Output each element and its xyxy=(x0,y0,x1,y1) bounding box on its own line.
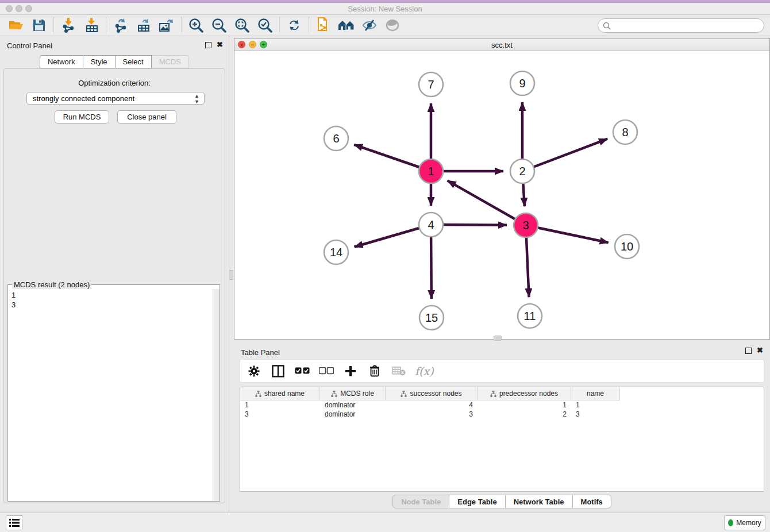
graph-node-label: 6 xyxy=(333,132,339,145)
graph-edge-3-1[interactable] xyxy=(448,180,526,225)
memory-status-icon xyxy=(728,519,733,526)
table-cell[interactable]: 1 xyxy=(478,400,571,410)
column-header[interactable]: shared name xyxy=(240,387,320,400)
toolbar-separator xyxy=(181,17,182,33)
network-window-titlebar[interactable]: x − + scc.txt xyxy=(234,38,769,51)
zoom-in-button[interactable] xyxy=(184,16,207,34)
hierarchy-icon xyxy=(401,391,407,397)
network-overview-button[interactable] xyxy=(335,16,358,34)
export-network-button[interactable] xyxy=(109,16,132,34)
zoom-selected-button[interactable] xyxy=(253,16,276,34)
close-table-panel-icon[interactable]: ✖ xyxy=(757,346,763,354)
graph-node-label: 1 xyxy=(428,165,434,178)
result-item: 3 xyxy=(11,300,213,310)
search-input[interactable] xyxy=(614,21,764,30)
open-session-button[interactable] xyxy=(5,16,28,34)
add-row-button[interactable] xyxy=(342,363,359,379)
float-panel-icon[interactable] xyxy=(205,42,211,48)
table-row[interactable]: 3dominator323 xyxy=(240,410,764,419)
unchecked-boxes-icon xyxy=(319,367,334,375)
node-table[interactable]: shared nameMCDS rolesuccessor nodesprede… xyxy=(240,387,764,492)
table-cell[interactable]: 3 xyxy=(386,410,478,419)
zoom-out-button[interactable] xyxy=(207,16,230,34)
table-cell[interactable]: 1 xyxy=(571,400,620,410)
toolbar-separator xyxy=(309,17,309,33)
memory-button[interactable]: Memory xyxy=(724,515,765,530)
import-table-button[interactable] xyxy=(80,16,103,34)
float-table-panel-icon[interactable] xyxy=(745,348,752,354)
show-columns-button[interactable] xyxy=(270,363,286,379)
search-box[interactable] xyxy=(598,18,764,33)
close-panel-button[interactable]: Close panel xyxy=(117,110,176,124)
show-all-button[interactable] xyxy=(381,16,404,34)
zoom-fit-button[interactable] xyxy=(230,16,253,34)
network-canvas[interactable]: 7968124314101511 xyxy=(234,51,769,339)
graph-node-label: 15 xyxy=(425,311,438,324)
hierarchy-icon xyxy=(490,391,496,397)
table-cell[interactable]: dominator xyxy=(320,400,386,410)
column-header[interactable]: name xyxy=(571,387,620,400)
delete-table-button[interactable] xyxy=(391,363,407,379)
select-all-button[interactable] xyxy=(294,363,310,379)
network-view-window: x − + scc.txt 7968124314101511 xyxy=(234,38,770,340)
table-cell[interactable]: 4 xyxy=(386,400,478,410)
toolbar-separator xyxy=(106,17,106,33)
graph-edge-2-8[interactable] xyxy=(522,139,607,171)
table-settings-button[interactable] xyxy=(246,363,262,379)
graph-node-label: 14 xyxy=(330,246,342,259)
tab-edge-table[interactable]: Edge Table xyxy=(449,495,505,508)
titlebar-accent-strip xyxy=(0,0,770,3)
delete-row-button[interactable] xyxy=(367,363,383,379)
horizontal-splitter-handle[interactable] xyxy=(494,336,502,341)
tab-mcds[interactable]: MCDS xyxy=(152,55,189,68)
graph-node-label: 3 xyxy=(522,219,529,232)
column-header[interactable]: MCDS role xyxy=(320,387,386,400)
tab-network[interactable]: Network xyxy=(40,55,83,68)
export-image-button[interactable] xyxy=(155,16,178,34)
tab-style[interactable]: Style xyxy=(83,55,116,68)
refresh-icon xyxy=(287,18,301,32)
mcds-result-title: MCDS result (2 nodes) xyxy=(12,280,91,289)
deselect-all-button[interactable] xyxy=(318,363,334,379)
column-header[interactable]: successor nodes xyxy=(386,387,478,400)
export-image-icon xyxy=(159,18,174,33)
tab-motifs[interactable]: Motifs xyxy=(573,495,611,508)
vertical-splitter-handle[interactable] xyxy=(229,270,233,280)
table-cell[interactable]: 1 xyxy=(240,400,320,410)
search-icon xyxy=(603,22,611,30)
mcds-result-scrollbar[interactable] xyxy=(213,289,220,501)
optimization-criterion-select[interactable]: strongly connected component ▲▼ xyxy=(26,92,205,105)
table-cell[interactable]: dominator xyxy=(320,410,386,419)
hide-selected-button[interactable] xyxy=(358,16,381,34)
import-network-button[interactable] xyxy=(57,16,80,34)
trash-icon xyxy=(369,365,380,377)
open-folder-icon xyxy=(9,19,24,32)
graph-node-label: 4 xyxy=(428,218,434,231)
refresh-view-button[interactable] xyxy=(283,16,306,34)
table-cell[interactable]: 2 xyxy=(478,410,571,419)
chevron-up-down-icon: ▲▼ xyxy=(194,93,199,105)
table-panel: Table Panel ✖ xyxy=(234,343,770,512)
tab-select[interactable]: Select xyxy=(116,55,152,68)
checked-boxes-icon xyxy=(295,367,310,375)
function-builder-button[interactable]: f(x) xyxy=(415,363,434,379)
result-item: 1 xyxy=(11,290,213,300)
column-label: name xyxy=(587,390,604,398)
export-table-button[interactable] xyxy=(132,16,155,34)
table-cell[interactable]: 3 xyxy=(571,410,620,419)
toolbar-separator xyxy=(53,17,54,33)
table-row[interactable]: 1dominator411 xyxy=(240,400,764,410)
clone-network-button[interactable] xyxy=(312,16,335,34)
import-table-icon xyxy=(85,18,98,33)
tab-network-table[interactable]: Network Table xyxy=(506,495,573,508)
column-header[interactable]: predecessor nodes xyxy=(478,387,571,400)
close-panel-icon[interactable]: ✖ xyxy=(217,40,223,49)
run-mcds-button[interactable]: Run MCDS xyxy=(55,110,109,124)
task-history-button[interactable] xyxy=(6,515,22,530)
tab-node-table[interactable]: Node Table xyxy=(392,495,449,508)
memory-label: Memory xyxy=(736,519,761,527)
table-cell[interactable]: 3 xyxy=(240,410,320,419)
save-session-button[interactable] xyxy=(28,16,51,34)
mcds-result-list[interactable]: 13 xyxy=(8,289,213,501)
graph-node-label: 10 xyxy=(621,240,633,253)
